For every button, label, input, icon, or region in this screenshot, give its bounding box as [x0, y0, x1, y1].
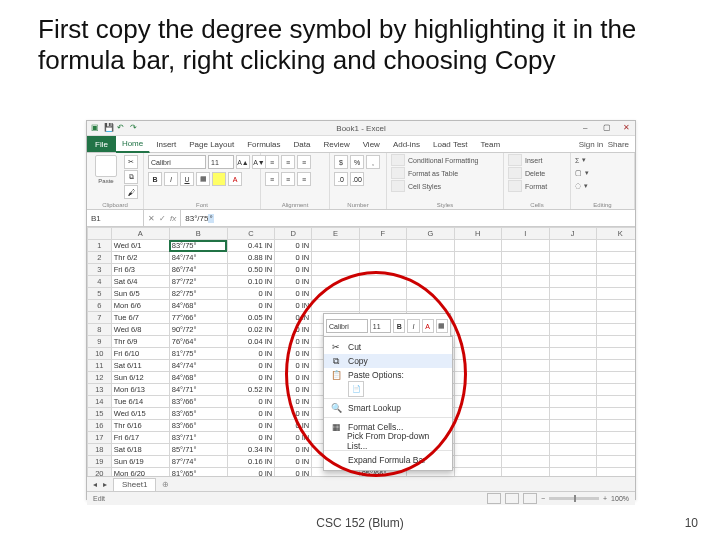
file-tab[interactable]: File	[87, 136, 116, 152]
cell[interactable]: 0 IN	[275, 372, 312, 384]
cell[interactable]: 0 IN	[275, 300, 312, 312]
cell[interactable]: 0 IN	[275, 264, 312, 276]
cell[interactable]: 84°/71°	[169, 384, 227, 396]
sheet-tab-1[interactable]: Sheet1	[113, 478, 156, 491]
cell[interactable]: 0 IN	[227, 288, 274, 300]
clear-button[interactable]: ◌ ▾	[575, 181, 588, 191]
select-all-cell[interactable]	[88, 228, 112, 240]
name-box[interactable]: B1	[87, 210, 144, 226]
cell[interactable]: Wed 6/1	[111, 240, 169, 252]
tab-data[interactable]: Data	[288, 136, 318, 152]
cell[interactable]: 90°/72°	[169, 324, 227, 336]
col-header-C[interactable]: C	[227, 228, 274, 240]
cell[interactable]	[454, 288, 501, 300]
cell[interactable]	[596, 252, 635, 264]
cell[interactable]: 0 IN	[275, 288, 312, 300]
tab-formulas[interactable]: Formulas	[241, 136, 287, 152]
cell[interactable]	[549, 252, 596, 264]
cell[interactable]: 84°/68°	[169, 372, 227, 384]
cell[interactable]: Fri 6/10	[111, 348, 169, 360]
row-header[interactable]: 12	[88, 372, 112, 384]
cell[interactable]	[596, 444, 635, 456]
cell[interactable]	[454, 324, 501, 336]
cell[interactable]: 83°/71°	[169, 432, 227, 444]
cell[interactable]: 0 IN	[227, 360, 274, 372]
border-icon[interactable]: ▦	[196, 172, 210, 186]
row-header[interactable]: 13	[88, 384, 112, 396]
cell[interactable]	[454, 432, 501, 444]
cancel-icon[interactable]: ✕	[148, 214, 155, 223]
cell[interactable]: 0.02 IN	[227, 324, 274, 336]
cell[interactable]: 85°/71°	[169, 444, 227, 456]
cell[interactable]	[549, 348, 596, 360]
cell[interactable]: 0 IN	[275, 360, 312, 372]
sheet-nav-prev-icon[interactable]: ◂	[93, 480, 97, 489]
underline-button[interactable]: U	[180, 172, 194, 186]
cell[interactable]	[596, 456, 635, 468]
cell[interactable]: 0 IN	[227, 468, 274, 477]
row-header[interactable]: 2	[88, 252, 112, 264]
cell[interactable]	[502, 264, 549, 276]
cell[interactable]	[407, 264, 454, 276]
cell[interactable]: 83°/75°	[169, 240, 227, 252]
cell[interactable]	[359, 288, 406, 300]
cell[interactable]: 81°/65°	[169, 468, 227, 477]
row-header[interactable]: 3	[88, 264, 112, 276]
currency-icon[interactable]: $	[334, 155, 348, 169]
cell[interactable]: Thr 6/9	[111, 336, 169, 348]
cell[interactable]: Mon 6/13	[111, 384, 169, 396]
row-header[interactable]: 5	[88, 288, 112, 300]
cell[interactable]: 0 IN	[275, 432, 312, 444]
cell[interactable]: 0.34 IN	[227, 444, 274, 456]
cell[interactable]	[502, 324, 549, 336]
tab-home[interactable]: Home	[116, 136, 150, 153]
cell[interactable]: Tue 6/7	[111, 312, 169, 324]
cell[interactable]: Wed 6/8	[111, 324, 169, 336]
insert-cells-button[interactable]: Insert	[508, 155, 543, 165]
cell[interactable]: 0 IN	[227, 396, 274, 408]
bold-button[interactable]: B	[148, 172, 162, 186]
cell[interactable]	[502, 456, 549, 468]
cell[interactable]	[454, 312, 501, 324]
cell[interactable]: 0 IN	[275, 312, 312, 324]
cell[interactable]	[312, 276, 359, 288]
cell[interactable]	[502, 288, 549, 300]
cell[interactable]	[502, 432, 549, 444]
col-header-K[interactable]: K	[596, 228, 635, 240]
cell[interactable]	[596, 468, 635, 477]
align-center-icon[interactable]: ≡	[281, 172, 295, 186]
cell[interactable]: 77°/66°	[169, 312, 227, 324]
cell[interactable]	[549, 468, 596, 477]
cell[interactable]: Fri 6/3	[111, 264, 169, 276]
italic-button[interactable]: I	[164, 172, 178, 186]
comma-icon[interactable]: ,	[366, 155, 380, 169]
cell[interactable]	[312, 288, 359, 300]
cell[interactable]	[549, 264, 596, 276]
cell[interactable]: 0 IN	[275, 252, 312, 264]
cell[interactable]	[454, 300, 501, 312]
tab-loadtest[interactable]: Load Test	[427, 136, 475, 152]
cell[interactable]: Mon 6/6	[111, 300, 169, 312]
cell[interactable]	[359, 264, 406, 276]
cut-icon[interactable]: ✂	[124, 155, 138, 169]
cell[interactable]	[407, 276, 454, 288]
cell[interactable]	[596, 264, 635, 276]
increase-font-icon[interactable]: A▲	[236, 155, 250, 169]
cell[interactable]	[312, 252, 359, 264]
view-pagebreak-icon[interactable]	[523, 493, 537, 504]
row-header[interactable]: 18	[88, 444, 112, 456]
cell[interactable]: 0 IN	[227, 432, 274, 444]
ctx-copy[interactable]: ⧉Copy	[324, 354, 452, 368]
col-header-F[interactable]: F	[359, 228, 406, 240]
cell[interactable]: 0 IN	[275, 420, 312, 432]
share-link[interactable]: Share	[608, 140, 629, 149]
cell[interactable]: 0 IN	[227, 372, 274, 384]
cell[interactable]	[454, 468, 501, 477]
cell[interactable]	[502, 468, 549, 477]
percent-icon[interactable]: %	[350, 155, 364, 169]
cell[interactable]: 83°/66°	[169, 396, 227, 408]
cell[interactable]	[549, 276, 596, 288]
cell[interactable]	[549, 300, 596, 312]
zoom-out-button[interactable]: −	[541, 495, 545, 502]
cell[interactable]	[454, 336, 501, 348]
